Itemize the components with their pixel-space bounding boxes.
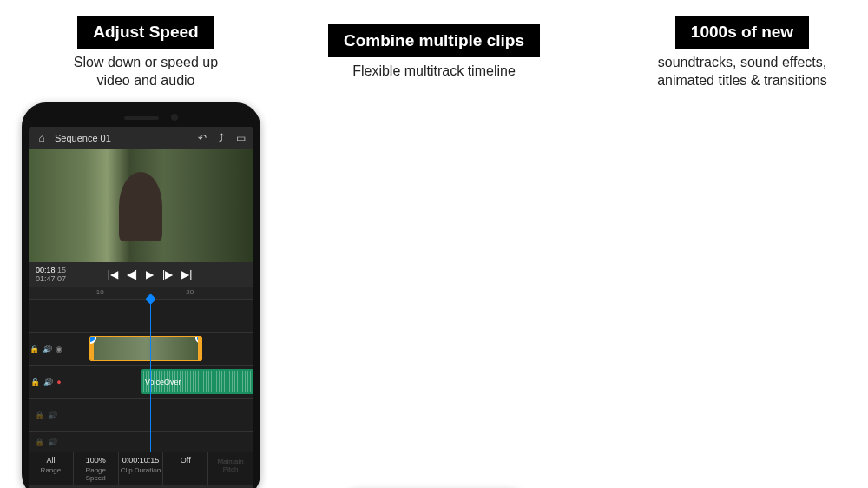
video-clip[interactable] <box>89 336 202 361</box>
panel2-subtitle: Flexible multitrack timeline <box>321 63 547 81</box>
eye-icon[interactable]: ◉ <box>56 345 62 353</box>
step-back-icon[interactable]: ◀| <box>127 268 137 280</box>
lock-icon[interactable]: 🔒 <box>35 438 44 446</box>
skip-start-icon[interactable]: |◀ <box>108 268 118 280</box>
audio-clip[interactable]: VoiceOver_ <box>141 369 253 394</box>
unlock-icon[interactable]: 🔓 <box>30 378 40 386</box>
timeline-ruler[interactable]: 10 20 <box>29 287 253 299</box>
lock-icon[interactable]: 🔒 <box>35 411 44 419</box>
sequence-title: Sequence 01 <box>55 133 111 143</box>
skip-end-icon[interactable]: ▶| <box>181 268 192 280</box>
speed-toolbar: AllRange 100%Range Speed 0:00:10:15Clip … <box>29 452 253 485</box>
mute-icon[interactable]: 🔊 <box>48 438 57 446</box>
comment-icon[interactable]: ▭ <box>234 132 247 144</box>
playhead[interactable] <box>150 299 151 452</box>
undo-icon[interactable]: ↶ <box>196 132 208 144</box>
mute-icon[interactable]: 🔊 <box>43 378 53 386</box>
step-fwd-icon[interactable]: |▶ <box>162 268 173 280</box>
panel2-badge: Combine multiple clips <box>328 24 540 57</box>
pitch-cell[interactable]: Maintain Pitch <box>208 452 253 485</box>
home-icon[interactable]: ⌂ <box>36 132 48 144</box>
lock-icon[interactable]: 🔒 <box>30 345 39 353</box>
panel3-subtitle: soundtracks, sound effects, animated tit… <box>625 54 859 90</box>
clip-duration-cell[interactable]: 0:00:10:15Clip Duration <box>119 452 164 485</box>
panel1-badge: Adjust Speed <box>77 16 214 49</box>
play-icon[interactable]: ▶ <box>146 268 154 280</box>
panel3-badge: 1000s of new <box>675 16 809 49</box>
record-icon[interactable]: ● <box>56 378 61 386</box>
range-speed-cell[interactable]: 100%Range Speed <box>74 452 119 485</box>
share-icon[interactable]: ⤴ <box>215 132 227 144</box>
video-preview[interactable] <box>29 149 253 262</box>
clip-handle-right[interactable] <box>195 336 202 344</box>
ramp-cell[interactable]: Off <box>163 452 208 485</box>
range-cell[interactable]: AllRange <box>29 452 74 485</box>
clip-handle-left[interactable] <box>89 336 96 344</box>
current-time: 00:18 <box>36 266 56 274</box>
panel1-subtitle: Slow down or speed up video and audio <box>33 54 259 90</box>
mute-icon[interactable]: 🔊 <box>48 411 57 419</box>
mute-icon[interactable]: 🔊 <box>43 345 52 353</box>
